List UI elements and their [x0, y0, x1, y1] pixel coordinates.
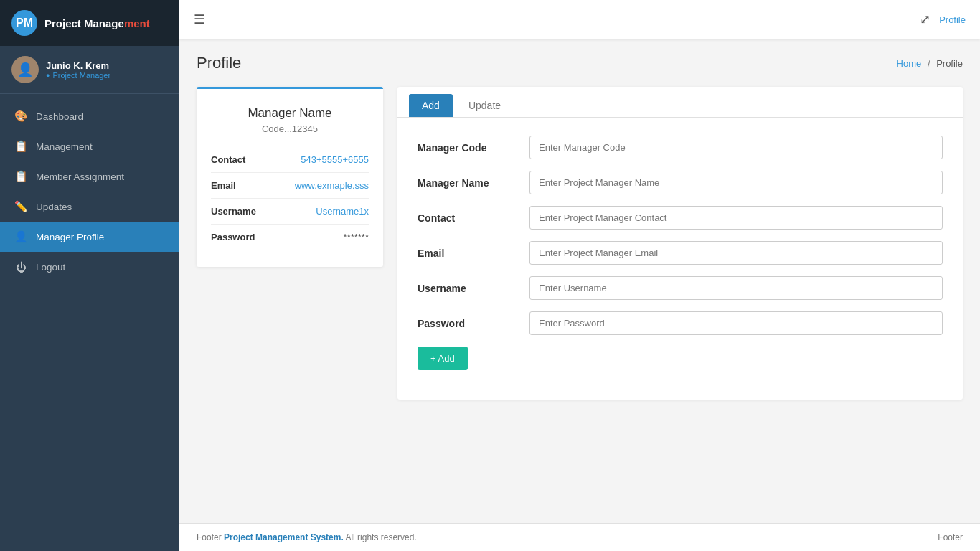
- footer: Footer Project Management System. All ri…: [179, 523, 980, 551]
- label-username: Username: [418, 283, 518, 294]
- sidebar-item-label: Member Assignment: [36, 171, 124, 182]
- profile-card-name: Manager Name: [211, 106, 369, 121]
- form-divider: [418, 385, 943, 385]
- profile-email-value: www.exmaple.sss: [295, 180, 369, 191]
- sidebar-item-label: Logout: [36, 262, 65, 273]
- profile-field-email: Email www.exmaple.sss: [211, 173, 369, 199]
- profile-card: Manager Name Code...12345 Contact 543+55…: [197, 87, 383, 267]
- form-row-manager-code: Manager Code: [418, 136, 943, 159]
- profile-contact-label: Contact: [211, 154, 245, 165]
- topbar-right: ⤢ Profile: [920, 11, 966, 27]
- sidebar-item-logout[interactable]: ⏻ Logout: [0, 252, 179, 282]
- main-content: ☰ ⤢ Profile Profile Home / Profile Manag…: [179, 0, 980, 551]
- input-manager-code[interactable]: [529, 136, 943, 159]
- sidebar: PM Project Management 👤 Junio K. Krem Pr…: [0, 0, 179, 551]
- label-password: Password: [418, 318, 518, 329]
- page-header: Profile Home / Profile: [197, 54, 963, 72]
- sidebar-item-label: Updates: [36, 202, 72, 212]
- updates-icon: ✏️: [14, 200, 27, 213]
- input-contact[interactable]: [529, 206, 943, 230]
- user-name: Junio K. Krem: [46, 60, 110, 71]
- app-title: Project Management: [44, 17, 150, 29]
- content-area: Profile Home / Profile Manager Name Code…: [179, 39, 980, 523]
- user-role: Project Manager: [46, 71, 110, 80]
- profile-field-password: Password *******: [211, 225, 369, 250]
- topbar: ☰ ⤢ Profile: [179, 0, 980, 39]
- sidebar-item-manager-profile[interactable]: 👤 Manager Profile: [0, 222, 179, 252]
- sidebar-item-dashboard[interactable]: 🎨 Dashboard: [0, 101, 179, 131]
- sidebar-item-label: Manager Profile: [36, 232, 104, 242]
- breadcrumb-separator: /: [928, 58, 933, 69]
- tab-add[interactable]: Add: [409, 94, 453, 117]
- profile-email-label: Email: [211, 180, 236, 191]
- logout-icon: ⏻: [14, 260, 27, 273]
- form-panel: Add Update Manager Code Manager Name Con…: [397, 87, 963, 400]
- form-row-contact: Contact: [418, 206, 943, 230]
- input-manager-name[interactable]: [529, 171, 943, 194]
- profile-field-username: Username Username1x: [211, 199, 369, 225]
- page-title: Profile: [197, 54, 241, 72]
- management-icon: 📋: [14, 140, 27, 153]
- sidebar-header: PM Project Management: [0, 0, 179, 46]
- sidebar-item-label: Dashboard: [36, 111, 83, 122]
- form-body: Manager Code Manager Name Contact Email: [397, 118, 963, 400]
- input-username[interactable]: [529, 276, 943, 300]
- app-logo: PM: [11, 10, 37, 36]
- input-email[interactable]: [529, 241, 943, 265]
- input-password[interactable]: [529, 311, 943, 335]
- breadcrumb-current: Profile: [936, 58, 963, 69]
- expand-icon[interactable]: ⤢: [920, 11, 930, 27]
- label-manager-code: Manager Code: [418, 142, 518, 154]
- avatar: 👤: [11, 56, 39, 83]
- profile-card-code: Code...12345: [211, 123, 369, 134]
- profile-password-label: Password: [211, 232, 255, 242]
- profile-username-label: Username: [211, 206, 256, 217]
- footer-text-before: Footer: [197, 532, 224, 542]
- member-assignment-icon: 📋: [14, 170, 27, 183]
- form-row-email: Email: [418, 241, 943, 265]
- breadcrumb: Home / Profile: [897, 58, 963, 69]
- sidebar-item-management[interactable]: 📋 Management: [0, 131, 179, 161]
- topbar-left: ☰: [194, 11, 205, 27]
- sidebar-user-section: 👤 Junio K. Krem Project Manager: [0, 46, 179, 94]
- label-email: Email: [418, 248, 518, 259]
- user-info: Junio K. Krem Project Manager: [46, 60, 110, 80]
- label-manager-name: Manager Name: [418, 177, 518, 189]
- tab-update[interactable]: Update: [456, 94, 514, 117]
- menu-icon[interactable]: ☰: [194, 11, 205, 27]
- breadcrumb-home[interactable]: Home: [897, 58, 922, 69]
- topbar-profile-link[interactable]: Profile: [939, 14, 966, 25]
- form-row-username: Username: [418, 276, 943, 300]
- form-row-password: Password: [418, 311, 943, 335]
- form-row-manager-name: Manager Name: [418, 171, 943, 194]
- profile-contact-value: 543+5555+6555: [301, 154, 369, 165]
- footer-brand: Project Management System.: [224, 532, 344, 542]
- add-submit-button[interactable]: + Add: [418, 347, 468, 370]
- profile-password-value: *******: [344, 232, 369, 242]
- label-contact: Contact: [418, 212, 518, 224]
- sidebar-item-member-assignment[interactable]: 📋 Member Assignment: [0, 161, 179, 192]
- footer-text-after: All rights reserved.: [344, 532, 417, 542]
- sidebar-item-label: Management: [36, 141, 93, 152]
- content-row: Manager Name Code...12345 Contact 543+55…: [197, 87, 963, 400]
- profile-field-contact: Contact 543+5555+6555: [211, 147, 369, 173]
- sidebar-item-updates[interactable]: ✏️ Updates: [0, 192, 179, 222]
- dashboard-icon: 🎨: [14, 110, 27, 123]
- tabs: Add Update: [397, 87, 963, 118]
- manager-profile-icon: 👤: [14, 230, 27, 243]
- footer-right: Footer: [938, 532, 963, 542]
- sidebar-nav: 🎨 Dashboard 📋 Management 📋 Member Assign…: [0, 94, 179, 551]
- profile-username-value: Username1x: [316, 206, 369, 217]
- footer-left: Footer Project Management System. All ri…: [197, 532, 417, 542]
